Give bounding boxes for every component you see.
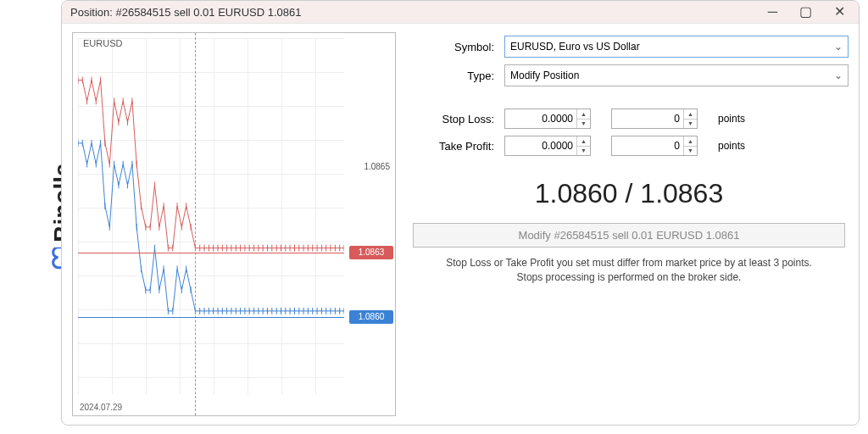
step-down-icon[interactable]: ▼ bbox=[684, 120, 697, 129]
chevron-down-icon: ⌄ bbox=[834, 41, 843, 53]
chart-series bbox=[78, 38, 344, 395]
chart-cursor-vline bbox=[195, 33, 196, 415]
chart-y-tick: 1.0865 bbox=[364, 162, 390, 171]
price-chart: EURUSD 2024.07.29 1.0865 1.0863 1.0860 bbox=[72, 32, 396, 416]
points-unit: points bbox=[718, 113, 745, 125]
tp-price-stepper[interactable]: ▲▼ bbox=[504, 136, 591, 156]
type-select[interactable]: Modify Position ⌄ bbox=[504, 64, 849, 86]
chart-ask-tag: 1.0863 bbox=[349, 246, 393, 259]
dialog-content: EURUSD 2024.07.29 1.0865 1.0863 1.0860 S… bbox=[62, 24, 859, 425]
stop-loss-row: Stop Loss: ▲▼ ▲▼ points bbox=[409, 108, 849, 129]
chart-grid bbox=[78, 38, 344, 395]
step-up-icon[interactable]: ▲ bbox=[577, 109, 590, 120]
maximize-icon[interactable]: ▢ bbox=[799, 5, 812, 19]
step-up-icon[interactable]: ▲ bbox=[577, 136, 590, 147]
chart-bid-line bbox=[78, 317, 344, 318]
step-up-icon[interactable]: ▲ bbox=[684, 109, 697, 120]
chart-symbol-label: EURUSD bbox=[83, 38, 122, 48]
type-label: Type: bbox=[409, 70, 499, 82]
window-title: Position: #26584515 sell 0.01 EURUSD 1.0… bbox=[70, 6, 301, 19]
symbol-value: EURUSD, Euro vs US Dollar bbox=[510, 41, 640, 53]
info-text: Stop Loss or Take Profit you set must di… bbox=[409, 256, 849, 285]
symbol-row: Symbol: EURUSD, Euro vs US Dollar ⌄ bbox=[409, 36, 849, 58]
step-down-icon[interactable]: ▼ bbox=[684, 147, 697, 156]
step-down-icon[interactable]: ▼ bbox=[577, 120, 590, 129]
sl-price-input[interactable] bbox=[505, 112, 576, 125]
sl-label: Stop Loss: bbox=[409, 113, 499, 125]
take-profit-row: Take Profit: ▲▼ ▲▼ points bbox=[409, 136, 849, 156]
step-up-icon[interactable]: ▲ bbox=[684, 136, 697, 147]
sl-points-input[interactable] bbox=[612, 112, 683, 125]
chevron-down-icon: ⌄ bbox=[834, 70, 843, 81]
type-value: Modify Position bbox=[510, 70, 579, 81]
modify-button[interactable]: Modify #26584515 sell 0.01 EURUSD 1.0861 bbox=[413, 223, 845, 248]
close-icon[interactable]: ✕ bbox=[834, 5, 845, 19]
tp-points-input[interactable] bbox=[612, 139, 683, 153]
position-dialog: Position: #26584515 sell 0.01 EURUSD 1.0… bbox=[61, 0, 860, 426]
sl-points-stepper[interactable]: ▲▼ bbox=[611, 108, 698, 129]
tp-points-stepper[interactable]: ▲▼ bbox=[611, 136, 698, 156]
window-controls: ─ ▢ ✕ bbox=[768, 5, 854, 19]
sl-price-stepper[interactable]: ▲▼ bbox=[504, 108, 591, 129]
tp-price-input[interactable] bbox=[505, 139, 576, 153]
order-form: Symbol: EURUSD, Euro vs US Dollar ⌄ Type… bbox=[409, 32, 849, 416]
chart-bid-tag: 1.0860 bbox=[349, 310, 393, 324]
step-down-icon[interactable]: ▼ bbox=[577, 147, 590, 156]
chart-date-label: 2024.07.29 bbox=[80, 403, 122, 412]
minimize-icon[interactable]: ─ bbox=[768, 5, 777, 19]
tp-label: Take Profit: bbox=[409, 140, 499, 153]
symbol-label: Symbol: bbox=[409, 41, 499, 53]
chart-ask-line bbox=[78, 253, 344, 253]
points-unit: points bbox=[718, 140, 745, 152]
bid-ask-quote: 1.0860 / 1.0863 bbox=[409, 178, 849, 209]
symbol-select[interactable]: EURUSD, Euro vs US Dollar ⌄ bbox=[504, 36, 849, 58]
type-row: Type: Modify Position ⌄ bbox=[409, 64, 849, 86]
titlebar: Position: #26584515 sell 0.01 EURUSD 1.0… bbox=[62, 1, 859, 24]
